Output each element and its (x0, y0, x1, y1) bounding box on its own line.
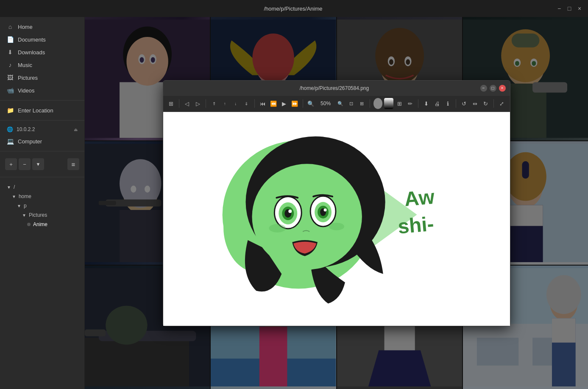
flip-horizontal-button[interactable]: ⇔ (471, 98, 479, 109)
sidebar-item-enter-location[interactable]: 📁 Enter Location (0, 104, 84, 117)
sidebar: ⌂ Home 📄 Documents ⬇ Downloads ♪ Music 🖼… (0, 17, 85, 389)
sidebar-item-downloads[interactable]: ⬇ Downloads (0, 46, 84, 59)
sidebar-divider-3 (0, 151, 84, 151)
viewer-image: Aw shi- (163, 112, 510, 326)
svg-text:shi-: shi- (397, 212, 435, 238)
play-button[interactable]: ▶ (279, 98, 288, 109)
breadcrumb-home[interactable]: ▼ home (0, 192, 84, 201)
nav-prev-folder[interactable]: ◁ (183, 98, 192, 109)
breadcrumb-p-label: p (24, 203, 27, 209)
viewer-content: Aw shi- (163, 112, 510, 326)
maximize-button[interactable]: □ (566, 5, 573, 12)
info-button[interactable]: ℹ (443, 98, 452, 109)
sidebar-label-videos: Videos (18, 87, 35, 94)
toolbar-sep-2 (206, 99, 206, 108)
toolbar-sep-8 (493, 99, 494, 108)
download-button[interactable]: ⬇ (422, 98, 431, 109)
paint-button[interactable]: ✏ (406, 98, 415, 109)
nav-next-folder[interactable]: ▷ (193, 98, 202, 109)
fullscreen-button[interactable]: ⤢ (497, 98, 506, 109)
computer-icon: 💻 (7, 138, 14, 145)
viewer-title: /home/p/Pictures/2670584.png (189, 85, 480, 91)
breadcrumb-anime[interactable]: Anime (0, 220, 84, 229)
breadcrumb-root-label: / (14, 184, 15, 190)
zoom-in-viewer[interactable]: 🔍 (307, 98, 315, 109)
sort-up-start[interactable]: ⇑ (209, 98, 218, 109)
color-mode-button[interactable] (373, 98, 382, 109)
viewer-toolbar: ⊞ ◁ ▷ ⇑ ↑ ↓ ⇓ ⏮ ⏪ ▶ ⏩ (163, 96, 510, 112)
svg-point-97 (329, 222, 344, 230)
minimize-button[interactable]: − (556, 5, 563, 12)
breadcrumb-pictures[interactable]: ▼ Pictures (0, 210, 84, 220)
close-button[interactable]: × (576, 5, 583, 12)
sidebar-label-network: 10.0.2.2 (17, 126, 35, 132)
chevron-down-icon-3: ▼ (17, 204, 21, 208)
sidebar-divider-1 (0, 100, 84, 101)
main-layout: ⌂ Home 📄 Documents ⬇ Downloads ♪ Music 🖼… (0, 17, 588, 389)
sidebar-label-downloads: Downloads (18, 49, 45, 56)
sidebar-item-network[interactable]: 🌐 10.0.2.2 ⏏ (0, 124, 84, 135)
chevron-down-icon-2: ▼ (12, 194, 16, 199)
viewer-close[interactable]: × (499, 85, 506, 92)
documents-icon: 📄 (7, 36, 14, 43)
viewer-window: /home/p/Pictures/2670584.png − □ × ⊞ ◁ ▷ (163, 80, 510, 326)
toolbar-sep-7 (456, 99, 456, 108)
sort-button[interactable]: ≡ (67, 158, 79, 170)
breadcrumb-p[interactable]: ▼ p (0, 201, 84, 210)
grid-view-button[interactable]: ⊞ (167, 98, 176, 109)
sidebar-label-computer: Computer (18, 138, 42, 145)
viewer-minimize[interactable]: − (480, 85, 487, 92)
toolbar-sep-3 (254, 99, 255, 108)
sidebar-item-home[interactable]: ⌂ Home (0, 20, 84, 33)
zoom-out-viewer[interactable]: 🔍 (336, 98, 345, 109)
zoom-level-label: 50% (317, 101, 334, 106)
music-icon: ♪ (7, 62, 14, 68)
checkerboard-button[interactable]: ⊞ (395, 98, 404, 109)
print-button[interactable]: 🖨 (433, 98, 442, 109)
sidebar-item-videos[interactable]: 📹 Videos (0, 84, 84, 97)
pictures-icon: 🖼 (7, 74, 14, 81)
chevron-down-icon-4: ▼ (22, 213, 26, 218)
undo-button[interactable]: ↺ (460, 98, 468, 109)
content-area: /home/p/Pictures/2670584.png − □ × ⊞ ◁ ▷ (85, 17, 588, 389)
breadcrumb-anime-label: Anime (33, 221, 47, 227)
network-icon: 🌐 (7, 126, 13, 132)
svg-text:Aw: Aw (403, 185, 435, 210)
sort-down[interactable]: ↓ (231, 98, 240, 109)
skip-prev-button[interactable]: ⏮ (258, 98, 267, 109)
sort-down-end[interactable]: ⇓ (242, 98, 251, 109)
grayscale-button[interactable] (384, 98, 393, 109)
breadcrumb-root[interactable]: ▼ / (0, 182, 84, 192)
sidebar-divider-2 (0, 120, 84, 120)
breadcrumb-home-label: home (19, 193, 31, 199)
actual-size-button[interactable]: ⊡ (346, 98, 355, 109)
sort-up[interactable]: ↑ (220, 98, 229, 109)
downloads-icon: ⬇ (7, 49, 14, 56)
sidebar-item-music[interactable]: ♪ Music (0, 59, 84, 71)
eject-button[interactable]: ⏏ (74, 127, 78, 132)
sidebar-item-documents[interactable]: 📄 Documents (0, 33, 84, 46)
sidebar-item-pictures[interactable]: 🖼 Pictures (0, 71, 84, 84)
svg-point-88 (288, 210, 292, 213)
filter-button[interactable]: ▼ (32, 158, 44, 170)
toolbar-sep-4 (303, 99, 303, 108)
fit-window-button[interactable]: ⊞ (357, 98, 366, 109)
svg-point-94 (323, 208, 326, 211)
sidebar-item-computer[interactable]: 💻 Computer (0, 135, 84, 148)
zoom-out-button[interactable]: − (19, 158, 31, 170)
window-controls: − □ × (556, 5, 583, 12)
title-bar: /home/p/Pictures/Anime − □ × (0, 0, 588, 17)
viewer-window-controls: − □ × (480, 85, 506, 92)
enter-location-icon: 📁 (7, 107, 14, 114)
viewer-titlebar: /home/p/Pictures/2670584.png − □ × (163, 81, 510, 96)
viewer-maximize[interactable]: □ (490, 85, 496, 92)
next-button[interactable]: ⏩ (290, 98, 299, 109)
redo-button[interactable]: ↻ (481, 98, 490, 109)
zoom-in-button[interactable]: + (5, 158, 17, 170)
chevron-down-icon: ▼ (7, 185, 11, 190)
prev-button[interactable]: ⏪ (269, 98, 278, 109)
modal-overlay: /home/p/Pictures/2670584.png − □ × ⊞ ◁ ▷ (85, 17, 588, 389)
toolbar-sep-6 (418, 99, 418, 108)
toolbar-sep-5 (370, 99, 370, 108)
sidebar-divider-4 (0, 177, 84, 177)
